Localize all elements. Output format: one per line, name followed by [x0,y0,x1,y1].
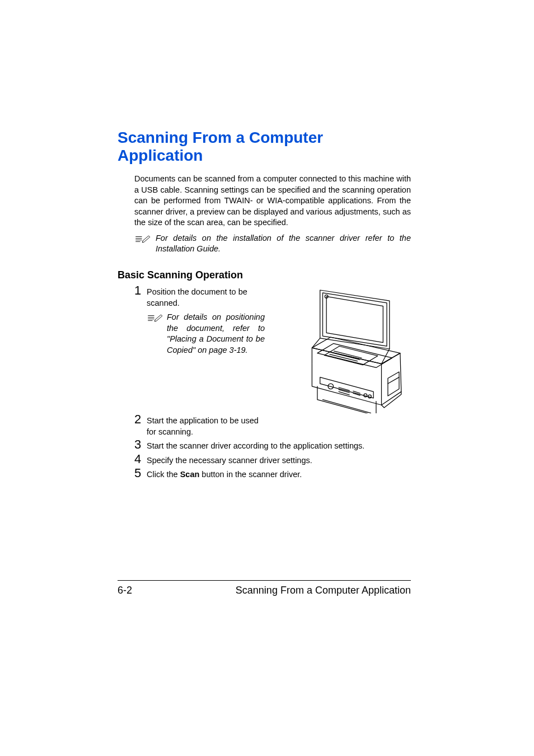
scanner-illustration [274,284,411,413]
step-text: Start the scanner driver according to th… [147,438,411,452]
step-number: 5 [134,467,147,479]
step-text: Start the application to be used for sca… [147,413,270,437]
page: Scanning From a Computer Application Doc… [0,0,534,756]
install-note: For details on the installation of the s… [134,233,411,255]
step-1: 1 Position the document to be scanned. [134,284,274,309]
step-text: Specify the necessary scanner driver set… [147,453,411,466]
hand-writing-icon [134,234,151,247]
svg-line-20 [388,377,399,384]
step-text: Click the Scan button in the scanner dri… [147,467,411,480]
step-5: 5 Click the Scan button in the scanner d… [134,467,411,480]
step5-bold: Scan [180,470,200,479]
step5-before: Click the [147,470,180,479]
step-4: 4 Specify the necessary scanner driver s… [134,453,411,466]
page-number: 6-2 [118,585,132,596]
step-1-block: 1 Position the document to be scanned. [134,284,411,413]
footer-rule [118,580,411,581]
install-note-text: For details on the installation of the s… [156,233,411,255]
step-number: 1 [134,284,147,297]
step-3: 3 Start the scanner driver according to … [134,438,411,452]
step5-after: button in the scanner driver. [199,470,302,479]
page-footer: 6-2 Scanning From a Computer Application [118,580,411,596]
hand-writing-icon [147,312,163,326]
step-number: 3 [134,438,147,451]
intro-paragraph: Documents can be scanned from a computer… [134,174,411,228]
step-2: 2 Start the application to be used for s… [134,413,411,437]
positioning-note-text: For details on positioning the document,… [167,312,265,356]
steps-list: 1 Position the document to be scanned. [134,284,411,480]
step-number: 2 [134,413,147,426]
step-number: 4 [134,453,147,465]
step-text: Position the document to be scanned. [147,284,274,309]
subheading: Basic Scanning Operation [118,269,411,281]
footer-title: Scanning From a Computer Application [236,585,411,596]
positioning-note: For details on positioning the document,… [147,312,274,356]
section-title: Scanning From a Computer Application [118,129,411,165]
